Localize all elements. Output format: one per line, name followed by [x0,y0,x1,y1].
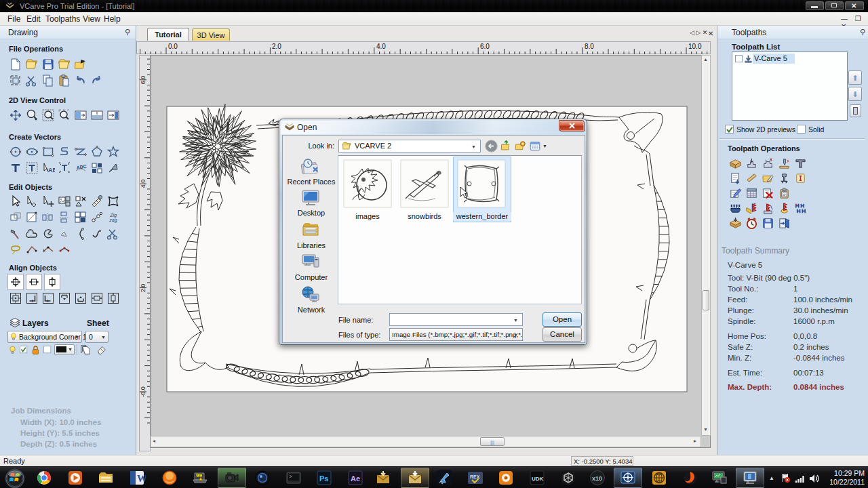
svg-text:2.0: 2.0 [140,284,146,293]
svg-text:8.0: 8.0 [585,43,594,50]
svg-text:UDK: UDK [532,476,544,482]
svg-text:Ae: Ae [351,474,360,483]
svg-text:-0.0: -0.0 [140,386,146,397]
svg-text:2.0: 2.0 [272,43,281,50]
svg-text:99: 99 [196,472,202,479]
svg-text:10.0: 10.0 [688,43,702,50]
svg-text:Ps: Ps [319,474,328,483]
svg-text:0.0: 0.0 [168,43,178,50]
svg-text:6.0: 6.0 [480,43,490,50]
svg-text:x10: x10 [592,475,602,482]
svg-text:4.0: 4.0 [376,43,386,50]
svg-text:4.0: 4.0 [140,180,146,188]
svg-text:W: W [137,473,146,484]
svg-text:6.0: 6.0 [140,76,146,85]
